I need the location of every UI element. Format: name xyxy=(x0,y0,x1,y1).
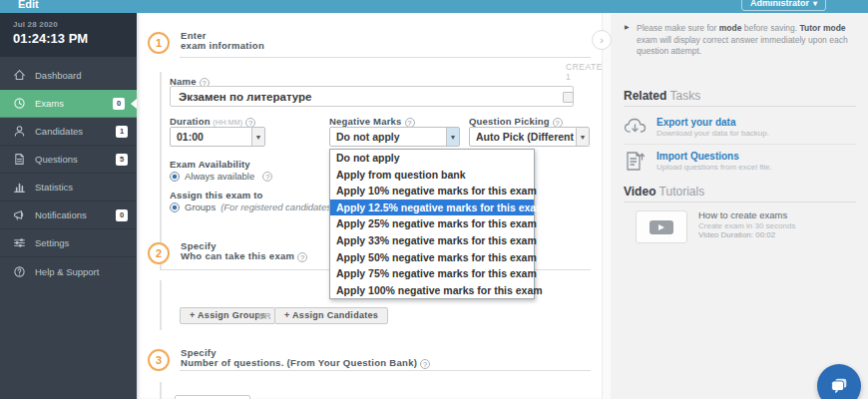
assign-exam-to-label: Assign this exam to xyxy=(170,190,263,200)
video-description: Create exam in 30 seconds xyxy=(698,221,795,230)
sidebar-item-label: Questions xyxy=(35,154,78,165)
groups-label: Groups xyxy=(185,201,216,212)
import-questions-link[interactable]: Import Questions xyxy=(656,151,739,162)
step-3-line2: Number of questions. (From Your Question… xyxy=(181,358,430,369)
question-picking-select[interactable]: Auto Pick (Different qu ▼ xyxy=(469,127,590,147)
negative-marks-dropdown: Do not apply Apply from question bank Ap… xyxy=(329,149,535,299)
step-3-badge: 3 xyxy=(148,349,170,371)
related-tasks-heading: Related Tasks xyxy=(624,89,700,103)
help-icon[interactable]: ? xyxy=(262,172,272,182)
exams-count-badge: 0 xyxy=(113,98,125,110)
current-time: 01:24:13 PM xyxy=(13,31,137,46)
divider xyxy=(624,106,856,107)
sliders-icon xyxy=(13,236,26,249)
negative-marks-value: Do not apply xyxy=(330,131,446,143)
sidebar-item-dashboard[interactable]: Dashboard xyxy=(0,62,137,90)
dropdown-option[interactable]: Apply 50% negative marks for this exam xyxy=(330,249,534,266)
collapse-panel-button[interactable]: › xyxy=(592,30,612,50)
sidebar-item-settings[interactable]: Settings xyxy=(0,229,137,257)
sidebar-item-questions[interactable]: Questions 5 xyxy=(0,146,137,174)
sidebar-item-label: Candidates xyxy=(35,126,83,137)
or-label: OR xyxy=(257,311,271,321)
play-icon xyxy=(650,220,673,234)
section-3-left-border xyxy=(160,382,162,399)
step-1-line2: exam information xyxy=(181,41,264,51)
always-available-radio-row: Always available ? xyxy=(170,171,272,182)
export-data-subtitle: Download your data for backup. xyxy=(656,129,769,138)
bar-chart-icon xyxy=(13,181,26,194)
megaphone-icon xyxy=(13,208,26,221)
radio-always-available[interactable] xyxy=(170,172,180,182)
sidebar-clock: Jul 28 2020 01:24:13 PM xyxy=(0,13,137,57)
assign-candidates-button[interactable]: + Assign Candidates xyxy=(274,307,388,324)
exam-availability-label: Exam Availability xyxy=(170,159,250,170)
current-date: Jul 28 2020 xyxy=(13,20,137,29)
sidebar-item-label: Notifications xyxy=(35,209,87,220)
document-icon xyxy=(13,153,26,166)
dropdown-option-highlighted[interactable]: Apply 12.5% negative marks for this exam xyxy=(330,200,534,216)
dropdown-option[interactable]: Apply 10% negative marks for this exam xyxy=(330,183,534,200)
help-icon[interactable]: ? xyxy=(420,359,430,369)
chevron-down-icon: ▼ xyxy=(446,128,459,146)
question-count-input[interactable] xyxy=(175,395,250,399)
duration-value: 01:00 xyxy=(171,131,251,143)
chevron-down-icon: ▼ xyxy=(251,128,264,146)
video-tutorials-heading: Video Tutorials xyxy=(624,185,704,199)
step-2-badge: 2 xyxy=(148,242,170,264)
sidebar-item-statistics[interactable]: Statistics xyxy=(0,174,137,201)
step-1-badge: 1 xyxy=(148,32,170,54)
person-icon xyxy=(13,125,26,138)
step-3-title: Specify Number of questions. (From Your … xyxy=(181,348,430,369)
notifications-count-badge: 0 xyxy=(116,209,128,221)
video-duration: Video Duration: 00:02 xyxy=(698,230,775,239)
dropdown-option[interactable]: Apply 33% negative marks for this exam xyxy=(330,232,534,249)
step-2-title: Specify Who can take this exam? xyxy=(181,241,307,262)
groups-radio-row: Groups (For registered candidates) ? xyxy=(170,201,352,212)
divider xyxy=(180,370,591,371)
section-1-left-border xyxy=(160,72,162,269)
dropdown-option[interactable]: Apply 75% negative marks for this exam xyxy=(330,265,534,282)
dropdown-option[interactable]: Apply 25% negative marks for this exam xyxy=(330,215,534,232)
sidebar-item-label: Settings xyxy=(35,237,69,248)
exam-name-input[interactable] xyxy=(170,86,574,107)
sidebar-item-help-support[interactable]: Help & Support xyxy=(0,257,137,285)
help-icon[interactable]: ? xyxy=(297,252,307,262)
questions-count-badge: 5 xyxy=(116,154,128,166)
sidebar-item-label: Help & Support xyxy=(35,266,99,277)
home-icon xyxy=(13,69,26,82)
always-available-label: Always available xyxy=(185,171,254,182)
top-bar: Edit Administrator▾ xyxy=(0,0,868,13)
question-picking-value: Auto Pick (Different qu xyxy=(470,131,576,143)
sidebar-item-candidates[interactable]: Candidates 1 xyxy=(0,118,137,146)
import-questions-subtitle: Upload questions from excel file. xyxy=(656,163,772,172)
step-1-title: Enter exam information xyxy=(181,31,264,51)
duration-hint: (HH:MM) xyxy=(214,119,243,126)
export-data-link[interactable]: Export your data xyxy=(656,117,735,128)
chevron-down-icon: ▾ xyxy=(813,0,817,8)
sidebar-item-label: Exams xyxy=(35,98,64,109)
administrator-menu-button[interactable]: Administrator▾ xyxy=(741,0,826,11)
negative-marks-select[interactable]: Do not apply ▼ xyxy=(329,127,460,147)
clock-icon xyxy=(13,97,26,110)
dropdown-option[interactable]: Do not apply xyxy=(330,150,534,167)
mode-tip-text: Please make sure for mode before saving.… xyxy=(637,23,860,58)
video-thumbnail[interactable] xyxy=(636,210,687,243)
page-title: Edit xyxy=(18,0,39,10)
video-title: How to create exams xyxy=(698,209,787,220)
duration-select[interactable]: 01:00 ▼ xyxy=(170,127,265,147)
help-panel: ▶ Please make sure for mode before savin… xyxy=(611,13,868,399)
dropdown-option[interactable]: Apply from question bank xyxy=(330,167,534,184)
sidebar: Jul 28 2020 01:24:13 PM Dashboard Exams … xyxy=(0,13,137,399)
dropdown-option[interactable]: Apply 100% negative marks for this exam xyxy=(330,282,534,299)
sidebar-item-notifications[interactable]: Notifications 0 xyxy=(0,201,137,229)
candidates-count-badge: 1 xyxy=(116,126,128,138)
divider xyxy=(624,144,856,145)
step-2-line2: Who can take this exam? xyxy=(181,251,307,262)
checkbox-icon[interactable] xyxy=(563,92,574,103)
radio-groups[interactable] xyxy=(170,202,180,212)
sidebar-item-exams[interactable]: Exams 0 xyxy=(0,90,137,118)
sidebar-menu: Dashboard Exams 0 Candidates 1 Questions… xyxy=(0,62,137,285)
bullet-triangle-icon: ▶ xyxy=(625,23,630,30)
sidebar-item-label: Dashboard xyxy=(35,70,81,81)
divider xyxy=(180,57,591,58)
